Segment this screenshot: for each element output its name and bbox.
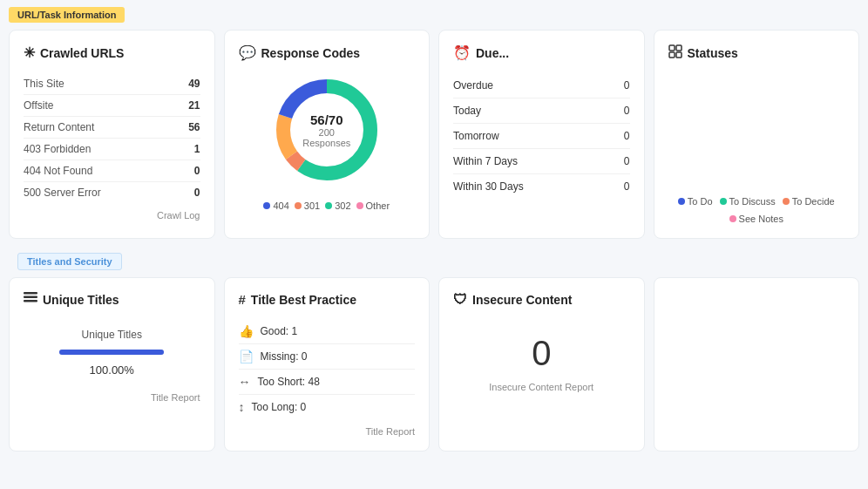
legend-label: Other [366,200,390,211]
crawled-stat-row: This Site49 [24,73,200,95]
due-value: 0 [624,79,630,92]
legend-label: 302 [335,200,350,211]
statuses-empty [668,74,845,144]
svg-rect-7 [669,52,675,58]
title-report-link-2[interactable]: Title Report [239,426,416,437]
statuses-icon [668,44,682,62]
due-value: 0 [624,180,630,193]
svg-rect-9 [24,292,37,295]
stat-label: 403 Forbidden [24,143,91,155]
bar-fill [59,350,164,355]
donut-legend: 404301302Other [263,200,390,211]
due-label: Tomorrow [453,130,499,142]
crawled-stat-row: Return Content56 [24,117,200,139]
url-task-badge: URL/Task Information [9,7,125,23]
donut-chart: 56/70 200 Responses [270,73,383,187]
section-label: Titles and Security [17,253,122,270]
due-label: Today [453,105,481,117]
title-bp-icon: # [239,292,246,307]
svg-rect-11 [24,300,37,302]
due-row: Overdue0 [453,73,630,98]
svg-rect-5 [669,45,675,51]
stat-value: 49 [188,78,200,90]
crawled-stat-row: 403 Forbidden1 [24,139,200,160]
status-legend-dot [729,215,736,222]
statuses-title: Statuses [668,44,845,62]
practice-icon: ↕ [239,400,245,414]
practice-row: 📄Missing: 0 [239,344,416,370]
stat-value: 0 [194,187,200,199]
svg-rect-6 [676,45,682,51]
title-best-practice-card: # Title Best Practice 👍Good: 1📄Missing: … [224,277,431,452]
unique-titles-card: Unique Titles Unique Titles 100.00% Titl… [9,277,215,452]
stat-label: Return Content [24,121,94,133]
legend-item: 301 [295,200,320,211]
status-legend-dot [783,198,790,205]
donut-center: 56/70 200 Responses [298,112,355,148]
status-legend-dot [678,198,685,205]
practice-icon: 👍 [239,324,254,338]
due-card: ⏰ Due... Overdue0Today0Tomorrow0Within 7… [438,30,645,239]
stat-label: Offsite [24,99,53,112]
stat-value: 21 [188,99,200,112]
due-row: Tomorrow0 [453,124,630,149]
due-rows: Overdue0Today0Tomorrow0Within 7 Days0Wit… [453,73,630,199]
stat-label: This Site [24,78,64,90]
response-codes-title: 💬 Response Codes [239,44,416,61]
legend-item: Other [356,200,390,211]
practice-label: Too Long: 0 [252,401,307,413]
crawl-log-link[interactable]: Crawl Log [24,210,200,221]
stat-label: 404 Not Found [24,165,92,177]
due-label: Overdue [453,79,493,92]
status-legend-dot [720,198,727,205]
crawled-stat-row: 500 Server Error0 [24,182,200,203]
due-row: Within 7 Days0 [453,149,630,174]
empty-card [654,277,860,452]
practice-label: Missing: 0 [261,350,308,363]
legend-label: 404 [273,200,288,211]
stat-value: 0 [194,165,200,177]
legend-dot [263,202,270,209]
practice-label: Too Short: 48 [258,376,320,388]
legend-label: 301 [304,200,320,211]
crawled-rows: This Site49Offsite21Return Content56403 … [24,73,200,203]
legend-dot [295,202,302,209]
practice-icon: 📄 [239,350,254,363]
status-legend-item: See Notes [729,214,783,224]
title-best-practice-title: # Title Best Practice [239,292,416,307]
status-legend-label: See Notes [739,214,783,224]
status-legend-item: To Decide [783,196,835,207]
crawled-urls-icon: ✳ [24,44,35,61]
unique-titles-icon [24,292,37,308]
insecure-report-link[interactable]: Insecure Content Report [453,382,630,392]
bar-track [59,350,164,355]
donut-sub-value: 200 Responses [298,127,355,148]
stat-label: 500 Server Error [24,187,101,199]
title-report-link-1[interactable]: Title Report [24,392,200,403]
crawled-urls-title: ✳ Crawled URLS [24,44,200,61]
response-codes-icon: 💬 [239,44,256,61]
legend-dot [356,202,363,209]
legend-item: 404 [263,200,288,211]
svg-rect-8 [676,52,682,58]
due-label: Within 7 Days [453,155,518,167]
unique-titles-title: Unique Titles [24,292,200,308]
due-row: Within 30 Days0 [453,174,630,199]
due-icon: ⏰ [453,44,471,61]
statuses-legend: To DoTo DiscussTo DecideSee Notes [668,196,845,224]
stat-value: 1 [194,143,200,155]
response-codes-card: 💬 Response Codes [224,30,431,239]
practice-row: ↔Too Short: 48 [239,370,416,395]
due-value: 0 [624,155,630,167]
bar-percent: 100.00% [90,363,134,377]
donut-main-value: 56/70 [298,112,355,127]
status-legend-label: To Decide [792,196,835,207]
practice-row: ↕Too Long: 0 [239,395,416,419]
crawled-stat-row: Offsite21 [24,95,200,117]
donut-container: 56/70 200 Responses 404301302Other [239,73,416,211]
status-legend-item: To Do [678,196,713,207]
statuses-card: Statuses To DoTo DiscussTo DecideSee Not… [654,30,860,239]
legend-item: 302 [325,200,350,211]
stat-value: 56 [188,121,200,133]
practice-icon: ↔ [239,375,251,389]
